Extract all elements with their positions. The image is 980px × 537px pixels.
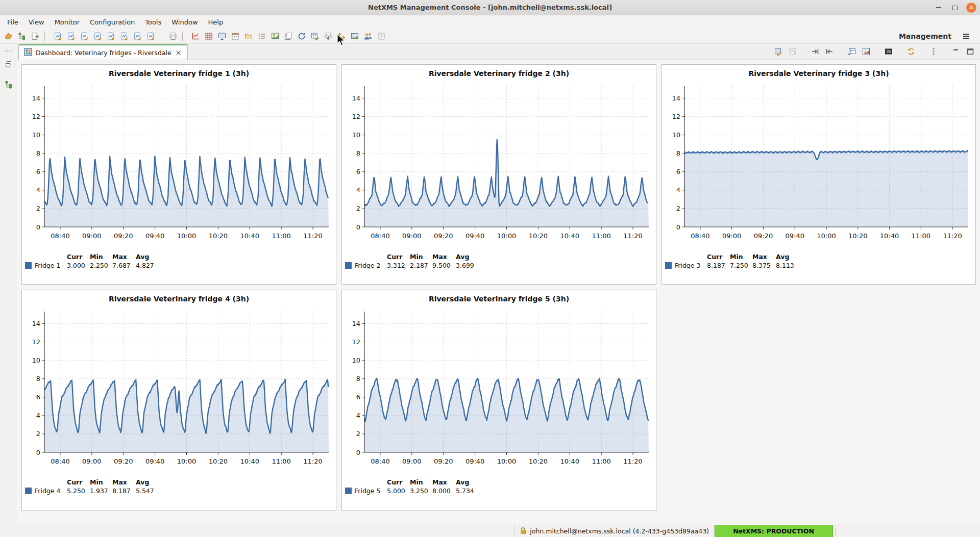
svg-text:8: 8 <box>676 149 680 157</box>
refresh-icon[interactable] <box>904 45 918 58</box>
pin-right-icon[interactable] <box>808 45 822 58</box>
save-icon[interactable] <box>786 45 799 58</box>
series-min: 3.250 <box>410 487 432 495</box>
svg-text:11:20: 11:20 <box>943 232 962 240</box>
scheduler-icon[interactable] <box>229 30 241 42</box>
network-map-icon[interactable] <box>269 30 281 42</box>
menu-file[interactable]: File <box>2 17 23 28</box>
print-icon[interactable] <box>167 30 179 42</box>
add-view-icon[interactable] <box>845 45 859 58</box>
event-list-icon[interactable] <box>256 30 268 42</box>
minimize-icon[interactable] <box>933 2 944 13</box>
image-icon[interactable] <box>349 30 361 42</box>
menu-tools[interactable]: Tools <box>140 17 166 28</box>
magic-icon[interactable] <box>335 30 348 42</box>
svg-text:10: 10 <box>352 131 360 139</box>
object-tree-icon[interactable] <box>16 30 28 42</box>
series-max: 7.687 <box>112 261 136 270</box>
export-image-icon[interactable] <box>860 45 873 58</box>
menu-monitor[interactable]: Monitor <box>50 17 85 28</box>
svg-text:10:20: 10:20 <box>529 232 548 240</box>
series-curr: 3.000 <box>67 261 90 270</box>
copy-icon[interactable] <box>282 30 295 42</box>
help-icon[interactable]: ? <box>375 30 387 42</box>
chart-card: Riversdale Veterinary fridge 3 (3h) 0246… <box>662 64 976 285</box>
svg-text:14: 14 <box>32 94 40 102</box>
svg-text:10:20: 10:20 <box>529 457 548 465</box>
folder-icon[interactable] <box>242 30 255 42</box>
overflow-menu-icon[interactable] <box>927 45 940 58</box>
dci-summary-icon[interactable] <box>189 30 202 42</box>
predefined-graph-icon[interactable] <box>144 30 157 42</box>
svg-text:08:40: 08:40 <box>51 232 69 240</box>
users-icon[interactable] <box>362 30 374 42</box>
series-avg: 3.699 <box>456 261 478 270</box>
menu-configuration[interactable]: Configuration <box>85 17 140 28</box>
legend-header-curr: Curr <box>67 252 90 261</box>
svg-text:0: 0 <box>676 223 680 231</box>
legend-header-curr: Curr <box>67 478 90 487</box>
predefined-graph-icon[interactable] <box>91 30 104 42</box>
svg-text:10: 10 <box>32 356 40 364</box>
print-export-icon[interactable] <box>322 30 334 42</box>
table-edit-icon[interactable] <box>309 30 321 42</box>
close-icon[interactable]: ✕ <box>966 2 977 13</box>
svg-text:14: 14 <box>32 320 40 327</box>
svg-text:4: 4 <box>36 412 40 419</box>
view-restore-icon[interactable] <box>964 45 977 58</box>
predefined-graph-icon[interactable] <box>105 30 117 42</box>
predefined-graph-icon[interactable] <box>131 30 143 42</box>
monitor-icon[interactable] <box>216 30 228 42</box>
predefined-graph-icon[interactable] <box>78 30 90 42</box>
legend-header-curr: Curr <box>387 478 410 487</box>
svg-text:8: 8 <box>356 149 360 157</box>
menu-help[interactable]: Help <box>203 17 229 28</box>
series-min: 7.250 <box>730 261 752 270</box>
grid-view-icon[interactable] <box>203 30 215 42</box>
svg-text:09:40: 09:40 <box>145 232 164 240</box>
svg-text:6: 6 <box>676 168 680 175</box>
predefined-graph-icon[interactable] <box>52 30 64 42</box>
chart-card: Riversdale Veterinary fridge 5 (3h) 0246… <box>341 290 656 511</box>
series-min: 1.937 <box>90 487 112 495</box>
hamburger-menu-icon[interactable] <box>960 30 972 42</box>
svg-text:10:40: 10:40 <box>240 232 259 240</box>
pin-left-icon[interactable] <box>823 45 836 58</box>
svg-text:09:00: 09:00 <box>82 232 101 240</box>
maximize-icon[interactable] <box>949 2 961 13</box>
svg-text:2: 2 <box>356 204 360 212</box>
view-minimize-icon[interactable] <box>949 45 963 58</box>
export-config-icon[interactable] <box>29 30 41 42</box>
svg-text:10:20: 10:20 <box>209 232 228 240</box>
legend-header-min: Min <box>90 478 112 487</box>
statusbar-grip-icon[interactable] <box>833 525 838 537</box>
drag-handle-icon[interactable] <box>3 46 14 56</box>
series-curr: 3.312 <box>387 261 410 270</box>
menu-view[interactable]: View <box>23 17 50 28</box>
chart-legend: Curr Min Max Avg Fridge 2 3.312 2.187 9.… <box>342 248 656 270</box>
svg-text:10:40: 10:40 <box>880 232 899 240</box>
svg-text:10: 10 <box>32 131 40 139</box>
chart-title: Riversdale Veterinary fridge 1 (3h) <box>22 65 336 80</box>
svg-text:09:20: 09:20 <box>114 232 133 240</box>
chart-grid: Riversdale Veterinary fridge 1 (3h) 0246… <box>21 64 976 511</box>
series-swatch <box>25 488 32 494</box>
svg-text:12: 12 <box>32 113 40 120</box>
fullscreen-icon[interactable] <box>882 45 895 58</box>
series-curr: 8.187 <box>707 261 730 270</box>
series-min: 2.250 <box>90 261 112 270</box>
menu-window[interactable]: Window <box>166 17 203 28</box>
sync-icon[interactable] <box>296 30 308 42</box>
tab-dashboard-veterinary-fridges-riversdale[interactable]: Dashboard: Veterinary fridges - Riversda… <box>18 44 188 60</box>
close-tab-icon[interactable]: × <box>175 49 182 56</box>
restore-view-icon[interactable] <box>3 59 14 69</box>
connect-icon[interactable] <box>3 30 15 42</box>
predefined-graph-icon[interactable] <box>65 30 77 42</box>
svg-text:10:00: 10:00 <box>817 232 836 240</box>
chart-title: Riversdale Veterinary fridge 4 (3h) <box>22 290 336 305</box>
predefined-graph-icon[interactable] <box>118 30 130 42</box>
object-tree-icon[interactable] <box>3 80 14 90</box>
edit-icon[interactable] <box>772 45 785 58</box>
main-toolbar: ? Management <box>0 29 980 44</box>
series-swatch <box>345 262 352 269</box>
